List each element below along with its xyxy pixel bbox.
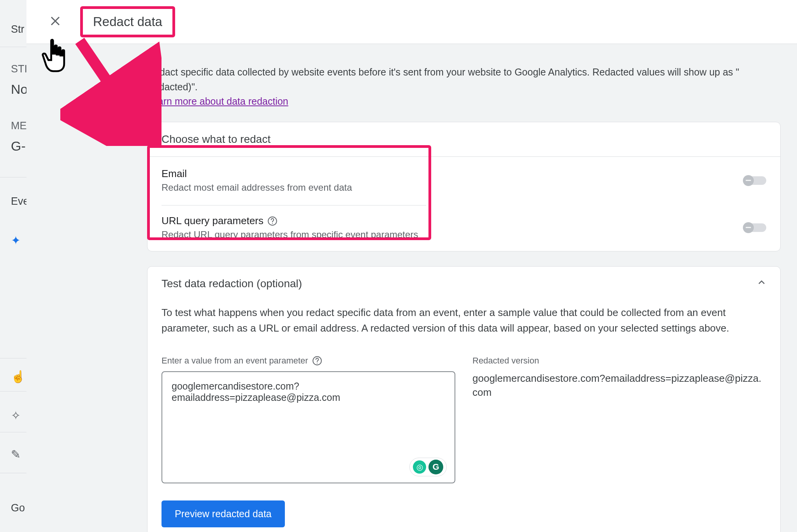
bg-truncated-text: ME — [11, 120, 27, 132]
test-description: To test what happens when you redact spe… — [162, 305, 766, 336]
svg-marker-5 — [132, 119, 160, 146]
annotation-arrow-icon — [60, 33, 162, 147]
grammarly-bulb-icon: ◎ — [413, 460, 426, 474]
help-icon[interactable] — [312, 356, 322, 366]
svg-point-3 — [317, 362, 318, 363]
option-desc-email: Redact most email addresses from event d… — [162, 182, 744, 193]
click-spark-icon: ✧ — [11, 409, 21, 422]
redacted-label: Redacted version — [472, 356, 766, 366]
close-icon — [49, 14, 61, 30]
bg-truncated-text: G- — [11, 139, 26, 154]
url-params-toggle[interactable] — [744, 223, 766, 232]
help-icon[interactable] — [267, 216, 277, 226]
learn-more-link[interactable]: Learn more about data redaction — [147, 96, 288, 107]
preview-button[interactable]: Preview redacted data — [162, 500, 285, 527]
option-desc-url-params: Redact URL query parameters from specifi… — [162, 229, 744, 240]
intro-description: Redact specific data collected by websit… — [147, 65, 781, 94]
email-toggle[interactable] — [744, 176, 766, 185]
option-title-email: Email — [162, 168, 744, 180]
redact-option-url-params: URL query parameters Redact URL query pa… — [147, 204, 780, 251]
svg-point-1 — [272, 223, 273, 223]
bg-truncated-text: STI — [11, 63, 27, 75]
option-title-url-params: URL query parameters — [162, 215, 263, 227]
chevron-up-icon[interactable] — [757, 278, 766, 290]
pencil-icon: ✎ — [11, 448, 21, 461]
svg-line-4 — [80, 41, 142, 132]
redact-option-email: Email Redact most email addresses from e… — [147, 157, 780, 204]
annotation-highlight-title: Redact data — [80, 6, 175, 37]
page-title: Redact data — [93, 14, 162, 29]
redacted-value: googlemercandisestore.com?emailaddress=p… — [472, 371, 766, 400]
grammarly-g-icon: G — [428, 460, 443, 474]
bg-truncated-text: Go — [11, 502, 25, 514]
input-label: Enter a value from an event parameter — [162, 356, 308, 366]
test-section-header: Test data redaction (optional) — [162, 277, 302, 290]
bg-truncated-text: Str — [11, 23, 25, 35]
close-button[interactable] — [42, 9, 68, 35]
grammarly-badge[interactable]: ◎ G — [409, 458, 447, 476]
sparkle-icon: ✦ — [11, 234, 21, 247]
choose-section-header: Choose what to redact — [147, 122, 780, 157]
tap-icon: ☝ — [11, 370, 25, 383]
bg-truncated-text: No — [11, 82, 28, 97]
annotation-pointer-cursor-icon — [37, 37, 70, 75]
